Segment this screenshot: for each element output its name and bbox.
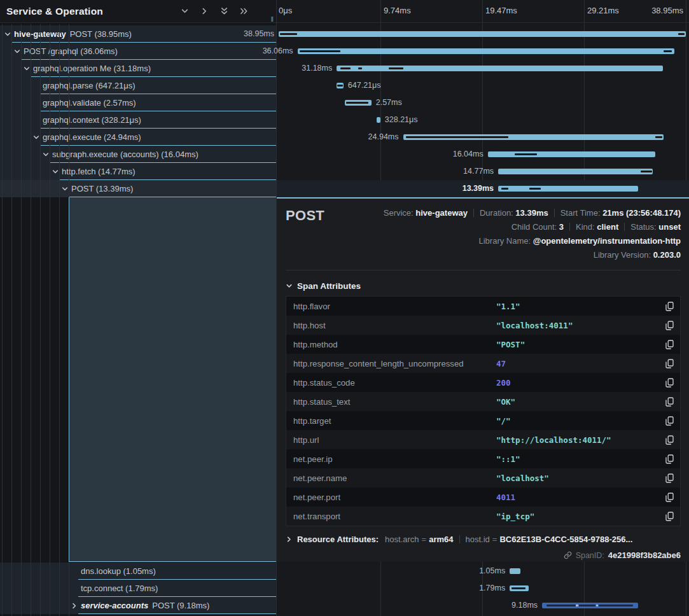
resource-value: arm64 bbox=[429, 535, 453, 544]
attribute-key: http.url bbox=[293, 435, 496, 445]
copy-icon[interactable] bbox=[661, 397, 678, 407]
span-bar-graphql-operation-me[interactable] bbox=[337, 66, 662, 71]
span-bar-post-graphql[interactable] bbox=[298, 48, 675, 54]
resource-attributes-row[interactable]: Resource Attributes: host.arch=arm64host… bbox=[286, 535, 681, 544]
bar-duration-label: 36.06ms bbox=[263, 43, 293, 60]
resource-value: BC62E13B-C4CC-5854-9788-256... bbox=[499, 535, 632, 544]
span-bar-graphql-execute[interactable] bbox=[403, 134, 664, 140]
timeline-row-post-selected: 13.39ms bbox=[277, 180, 689, 197]
resource-key: host.id bbox=[466, 535, 490, 544]
tree-row-label: graphql.validate (2.57ms) bbox=[43, 98, 136, 108]
meta-value: hive-gateway bbox=[415, 208, 468, 218]
expand-all-icon[interactable] bbox=[240, 7, 248, 15]
chevron-down-icon[interactable] bbox=[62, 186, 68, 192]
attribute-row: http.status_code200 bbox=[286, 373, 680, 392]
meta-label: Kind: bbox=[576, 222, 597, 232]
meta-label: Status: bbox=[630, 222, 658, 232]
attribute-row: http.method"POST" bbox=[286, 335, 680, 354]
attribute-key: http.host bbox=[293, 321, 496, 330]
tree-row-label: dns.lookup (1.05ms) bbox=[81, 566, 156, 576]
chevron-down-icon[interactable] bbox=[4, 31, 11, 38]
panel-resize-handle[interactable]: ‖ bbox=[270, 15, 274, 23]
attribute-value: "ip_tcp" bbox=[496, 512, 661, 521]
chevron-down-icon[interactable] bbox=[43, 151, 49, 158]
attribute-key: http.response_content_length_uncompresse… bbox=[293, 359, 496, 368]
child-span-mark bbox=[300, 50, 340, 52]
copy-icon[interactable] bbox=[661, 321, 678, 330]
attribute-value: 47 bbox=[496, 359, 661, 368]
span-bar-http-fetch[interactable] bbox=[498, 169, 653, 174]
expand-one-icon[interactable] bbox=[200, 7, 209, 15]
copy-icon[interactable] bbox=[661, 359, 678, 368]
attribute-value: "OK" bbox=[496, 397, 661, 407]
chevron-down-icon[interactable] bbox=[24, 66, 30, 72]
tree-row-label: POST (13.39ms) bbox=[71, 184, 133, 193]
meta-label: Library Name: bbox=[479, 236, 533, 246]
copy-icon[interactable] bbox=[661, 473, 678, 483]
tree-row-graphql-context[interactable]: graphql.context (328.21μs) bbox=[0, 111, 276, 129]
chevron-right-icon[interactable] bbox=[71, 603, 78, 609]
copy-icon[interactable] bbox=[661, 435, 678, 445]
span-id-label: SpanID: bbox=[576, 551, 604, 560]
tree-row-graphql-operation-me[interactable]: graphql.operation Me (31.18ms) bbox=[0, 60, 276, 77]
span-bar-graphql-context[interactable] bbox=[377, 117, 380, 123]
child-span-mark bbox=[406, 136, 508, 138]
chevron-down-icon[interactable] bbox=[52, 169, 59, 175]
chevron-down-icon[interactable] bbox=[14, 48, 20, 55]
child-span-mark bbox=[641, 171, 652, 172]
span-attributes-header[interactable]: Span Attributes bbox=[286, 281, 681, 291]
timeline-row-http-fetch: 14.77ms bbox=[277, 163, 689, 180]
attribute-row: http.target"/" bbox=[286, 411, 680, 430]
tree-row-post-selected[interactable]: POST (13.39ms) bbox=[0, 180, 276, 197]
copy-icon[interactable] bbox=[661, 340, 678, 349]
child-span-mark bbox=[678, 33, 685, 35]
tree-row-graphql-execute[interactable]: graphql.execute (24.94ms) bbox=[0, 129, 276, 146]
span-bar-post-selected[interactable] bbox=[498, 186, 638, 192]
copy-icon[interactable] bbox=[661, 512, 678, 521]
attribute-key: http.method bbox=[293, 340, 496, 349]
tree-row-hive-gateway-post[interactable]: hive-gatewayPOST (38.95ms) bbox=[0, 25, 276, 43]
row-border bbox=[78, 613, 276, 614]
copy-icon[interactable] bbox=[661, 378, 678, 388]
copy-icon[interactable] bbox=[661, 454, 678, 464]
timeline-tick-label: 9.74ms bbox=[384, 6, 411, 15]
child-span-mark bbox=[655, 136, 663, 138]
span-bar-hive-gateway-post[interactable] bbox=[279, 31, 686, 37]
chevron-down-icon[interactable] bbox=[33, 134, 39, 141]
attribute-row: http.response_content_length_uncompresse… bbox=[286, 354, 680, 373]
span-detail-panel: POST Service: hive-gatewayDuration: 13.3… bbox=[277, 197, 689, 562]
tree-row-post-graphql[interactable]: POST /graphql (36.06ms) bbox=[0, 43, 276, 60]
tree-row-dns-lookup[interactable]: dns.lookup (1.05ms) bbox=[0, 563, 276, 580]
span-bar-subgraph-execute-accounts[interactable] bbox=[488, 151, 656, 157]
tree-row-http-fetch[interactable]: http.fetch (14.77ms) bbox=[0, 163, 276, 180]
span-bar-service-accounts-post[interactable] bbox=[542, 603, 638, 608]
span-bar-tcp-connect[interactable] bbox=[510, 585, 528, 591]
tree-row-graphql-validate[interactable]: graphql.validate (2.57ms) bbox=[0, 94, 276, 111]
tree-row-tcp-connect[interactable]: tcp.connect (1.79ms) bbox=[0, 580, 276, 597]
copy-icon[interactable] bbox=[661, 416, 678, 426]
timeline-row-service-accounts-post: 9.18ms bbox=[277, 597, 689, 614]
attribute-row: net.transport"ip_tcp" bbox=[286, 507, 680, 526]
tree-row-label: graphql.context (328.21μs) bbox=[43, 115, 141, 125]
collapse-all-icon[interactable] bbox=[220, 7, 228, 15]
collapse-one-icon[interactable] bbox=[181, 7, 189, 15]
meta-separator bbox=[473, 209, 474, 217]
bar-duration-label: 31.18ms bbox=[302, 60, 332, 77]
span-bar-graphql-validate[interactable] bbox=[345, 100, 372, 106]
tree-row-graphql-parse[interactable]: graphql.parse (647.21μs) bbox=[0, 77, 276, 94]
copy-icon[interactable] bbox=[661, 493, 678, 502]
tree-row-subgraph-execute-accounts[interactable]: subgraph.execute (accounts) (16.04ms) bbox=[0, 146, 276, 163]
tree-row-service-accounts-post[interactable]: service-accountsPOST (9.18ms) bbox=[0, 597, 276, 614]
link-icon[interactable] bbox=[564, 551, 572, 559]
meta-value: 13.39ms bbox=[515, 208, 548, 218]
bar-duration-label: 16.04ms bbox=[453, 146, 484, 163]
span-bar-graphql-parse[interactable] bbox=[337, 83, 344, 88]
bar-duration-label: 1.05ms bbox=[479, 563, 505, 580]
copy-icon[interactable] bbox=[661, 302, 678, 311]
child-span-mark bbox=[389, 67, 403, 69]
timeline-header: 0μs9.74ms19.47ms29.21ms38.95ms bbox=[277, 0, 689, 23]
bar-duration-label: 14.77ms bbox=[463, 163, 494, 180]
span-bar-dns-lookup[interactable] bbox=[510, 568, 520, 574]
attribute-row: net.peer.ip"::1" bbox=[286, 449, 680, 468]
child-span-mark bbox=[546, 605, 576, 606]
